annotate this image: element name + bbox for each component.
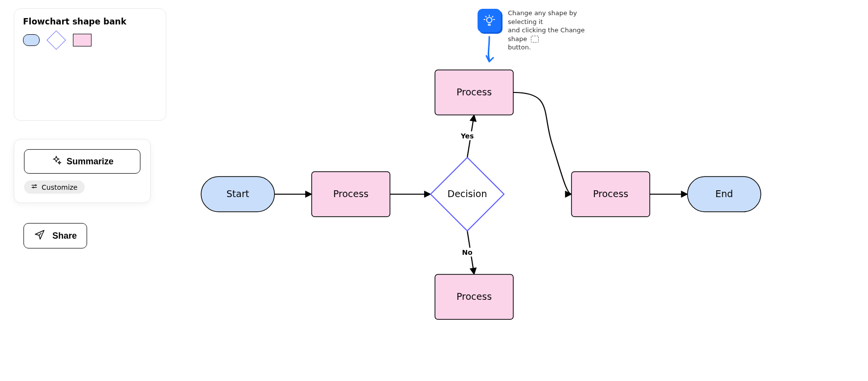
node-end[interactable]: End <box>687 177 761 212</box>
node-label: Process <box>593 188 628 199</box>
node-label: Start <box>227 188 249 199</box>
node-p_right[interactable]: Process <box>571 172 650 217</box>
node-p_yes[interactable]: Process <box>435 70 513 115</box>
edge-label: Yes <box>460 132 474 140</box>
node-start[interactable]: Start <box>201 177 274 212</box>
edge-label: No <box>462 248 473 256</box>
node-label: End <box>715 188 733 199</box>
node-p_no[interactable]: Process <box>435 274 513 319</box>
node-label: Process <box>457 87 492 97</box>
node-label: Process <box>333 188 368 199</box>
node-dec[interactable]: Decision <box>431 157 504 231</box>
edge-p_yes-p_right[interactable] <box>513 92 571 194</box>
node-label: Process <box>457 291 492 302</box>
flowchart-canvas[interactable]: YesNo StartProcessDecisionProcessProcess… <box>0 0 868 381</box>
node-label: Decision <box>448 188 487 199</box>
node-p1[interactable]: Process <box>312 172 390 217</box>
